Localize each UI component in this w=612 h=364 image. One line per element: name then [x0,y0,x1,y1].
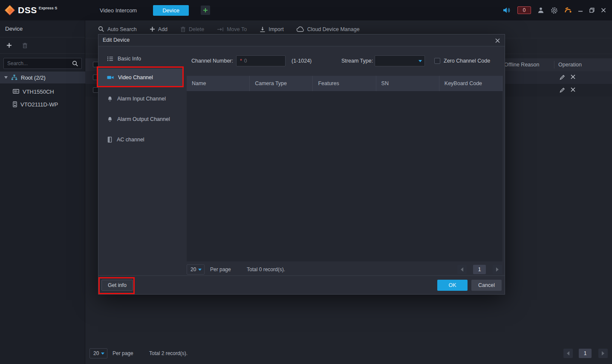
device-tree-panel: Device Root (2/2) [0,20,85,364]
delete-device-icon[interactable] [571,87,575,93]
chevron-left-icon [461,267,463,272]
per-page-label: Per page [113,347,133,360]
toolbar-add[interactable]: Add [150,26,167,32]
dialog-header: Edit Device [98,34,505,46]
zero-channel-code-label: Zero Channel Code [444,55,490,67]
alarm-center-icon[interactable] [564,7,572,14]
brand-diamond-icon [4,5,15,16]
organization-icon [11,75,17,80]
app-logo: DSS Express S [0,5,85,16]
plus-icon [203,8,208,13]
close-button[interactable] [601,8,606,13]
column-features: Features [313,76,376,91]
brand-edition: Express S [39,6,58,10]
collapse-caret-icon[interactable] [4,76,8,79]
get-info-button[interactable]: Get info [101,280,133,291]
prev-page-button[interactable] [563,349,573,358]
plus-icon [150,26,155,32]
column-operation: Operation [558,58,582,71]
stream-type-label: Stream Type: [341,55,373,67]
channel-table-header: Name Camera Type Features SN KeyBoard Co… [187,76,502,91]
channel-number-hint: (1-1024) [292,55,312,67]
panel-title: Device [0,20,85,37]
search-icon[interactable] [72,60,78,67]
video-channel-pane: Channel Number: * 0 (1-1024) Stream Type… [183,46,505,275]
alarm-count-badge[interactable]: 0 [517,6,531,14]
per-page-select[interactable]: 20 [89,348,107,358]
brand-name: DSS [18,5,37,16]
new-tab-button[interactable] [201,6,210,15]
toolbar-import[interactable]: Import [260,26,283,32]
door-icon [107,137,113,143]
zero-channel-code-checkbox[interactable] [434,58,440,64]
toolbar-cloud-device-manage[interactable]: Cloud Device Manage [297,26,360,32]
column-keyboard-code: KeyBoard Code [439,76,502,91]
import-icon [260,26,266,32]
dialog-footer: Get info OK Cancel [98,275,505,294]
channel-number-input[interactable]: * 0 [236,55,286,66]
column-divider [554,61,554,69]
current-page[interactable]: 1 [579,349,592,358]
minimize-button[interactable] [578,8,583,13]
nav-ac-channel[interactable]: AC channel [98,132,183,147]
user-icon[interactable] [537,7,544,14]
delete-group-button[interactable] [22,43,28,49]
search-input[interactable] [4,58,81,69]
column-camera-type: Camera Type [250,76,313,91]
chevron-right-icon [602,351,604,355]
speaker-icon[interactable] [503,7,511,14]
dialog-title: Edit Device [98,34,505,46]
add-group-button[interactable] [6,43,12,48]
tree-node-vth[interactable]: VTH1550CH [0,86,85,97]
edit-device-icon[interactable] [560,87,565,93]
toolbar-move-to[interactable]: Move To [217,26,247,32]
edit-device-icon[interactable] [560,75,565,80]
chevron-down-icon [198,269,202,271]
tree-node-label: VTH1550CH [23,89,54,95]
cancel-button[interactable]: Cancel [471,280,502,291]
tree-node-label: VTO2111D-WP [20,101,58,108]
next-page-button[interactable] [598,349,608,358]
list-icon [107,56,113,62]
dialog-nav: Basic Info Video Channel Alarm Input Cha… [98,46,183,275]
toolbar-delete[interactable]: Delete [180,26,204,32]
chevron-down-icon [419,60,422,62]
tree-node-vto[interactable]: VTO2111D-WP [0,98,85,110]
bell-icon [107,96,113,102]
column-sn: SN [376,76,439,91]
nav-basic-info[interactable]: Basic Info [98,52,183,66]
ok-button[interactable]: OK [437,280,468,291]
nav-alarm-output-channel[interactable]: Alarm Output Channel [98,112,183,126]
current-page[interactable]: 1 [473,265,486,274]
tree-node-root[interactable]: Root (2/2) [0,72,85,83]
nav-video-channel[interactable]: Video Channel [98,69,183,86]
video-camera-icon [107,75,114,80]
channel-table-pagination: 20 Per page Total 0 record(s). 1 [183,264,505,275]
settings-gear-icon[interactable] [551,7,558,14]
column-offline-reason: Offline Reason [504,58,539,71]
next-page-button[interactable] [493,265,502,274]
prev-page-button[interactable] [457,265,467,274]
nav-alarm-input-channel[interactable]: Alarm Input Channel [98,92,183,106]
restore-button[interactable] [589,8,595,13]
tab-device[interactable]: Device [153,5,189,16]
per-page-select[interactable]: 20 [187,264,205,275]
toolbar-auto-search[interactable]: Auto Search [98,26,137,32]
channel-number-label: Channel Number: [191,55,233,67]
column-name: Name [187,76,250,91]
search-icon [98,26,104,32]
required-mark: * [240,58,242,64]
chevron-right-icon [496,267,499,272]
vth-monitor-icon [13,89,19,95]
chevron-left-icon [567,351,569,355]
main-pagination: 20 Per page Total 2 record(s). 1 [85,347,612,360]
titlebar: DSS Express S Video Intercom Device 0 [0,0,612,20]
dialog-close-button[interactable] [494,37,501,44]
stream-type-select[interactable] [375,55,425,66]
total-records-label: Total 2 record(s). [149,347,188,360]
delete-device-icon[interactable] [571,75,575,80]
chevron-down-icon [101,353,104,355]
tab-video-intercom[interactable]: Video Intercom [95,5,141,16]
vto-station-icon [13,101,17,107]
edit-device-dialog: Edit Device Basic Info Video Channel [98,34,505,295]
